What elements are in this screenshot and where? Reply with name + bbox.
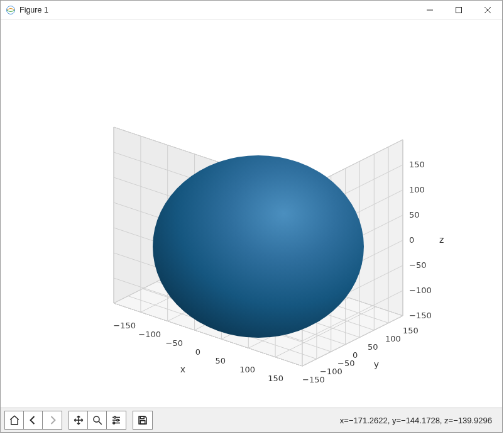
y-axis-label: y	[374, 359, 379, 369]
svg-text:−50: −50	[166, 338, 183, 348]
svg-text:−100: −100	[409, 286, 432, 295]
svg-rect-82	[140, 416, 144, 419]
svg-text:−100: −100	[138, 330, 161, 339]
svg-text:−150: −150	[113, 321, 136, 330]
svg-rect-83	[140, 421, 145, 424]
home-button[interactable]	[5, 411, 24, 429]
coord-readout: x=−171.2622, y=−144.1728, z=−139.9296	[340, 416, 498, 425]
x-axis-label: x	[180, 364, 185, 374]
svg-text:150: 150	[403, 326, 419, 335]
sphere-surface	[153, 155, 364, 338]
svg-text:150: 150	[268, 374, 283, 383]
svg-text:−150: −150	[302, 375, 325, 384]
svg-text:−100: −100	[320, 367, 342, 376]
nav-group-save	[133, 411, 153, 430]
svg-text:150: 150	[409, 160, 425, 169]
svg-text:−50: −50	[409, 260, 426, 270]
svg-text:0: 0	[409, 235, 414, 245]
window-title: Figure 1	[19, 6, 48, 14]
svg-point-77	[114, 416, 116, 418]
svg-rect-2	[456, 8, 462, 13]
svg-text:100: 100	[385, 334, 401, 343]
svg-text:50: 50	[215, 356, 226, 365]
nav-toolbar: x=−171.2622, y=−144.1728, z=−139.9296	[1, 408, 502, 432]
nav-group-home	[4, 411, 62, 430]
svg-text:100: 100	[239, 365, 255, 374]
back-button[interactable]	[24, 411, 43, 429]
svg-point-0	[7, 6, 15, 14]
app-icon	[6, 5, 16, 15]
z-ticks: −150 −100 −50 0 50 100 150	[409, 160, 432, 320]
figure-canvas[interactable]: −150 −100 −50 0 50 100 150 x −150 −100 −…	[1, 20, 502, 408]
svg-point-81	[113, 422, 115, 424]
minimize-button[interactable]	[415, 1, 444, 19]
svg-point-79	[117, 420, 119, 421]
svg-line-75	[99, 421, 102, 425]
svg-point-74	[94, 416, 99, 422]
svg-text:0: 0	[353, 350, 358, 360]
svg-text:100: 100	[409, 185, 425, 194]
svg-text:−150: −150	[409, 311, 432, 320]
svg-text:50: 50	[368, 342, 378, 352]
svg-text:50: 50	[409, 210, 420, 220]
forward-button[interactable]	[43, 411, 62, 429]
svg-text:−50: −50	[337, 359, 354, 368]
titlebar: Figure 1	[1, 1, 502, 20]
configure-button[interactable]	[107, 411, 126, 429]
axes3d[interactable]: −150 −100 −50 0 50 100 150 x −150 −100 −…	[32, 70, 472, 398]
zoom-button[interactable]	[88, 411, 107, 429]
nav-group-view	[68, 411, 126, 430]
z-axis-label: z	[439, 235, 444, 245]
close-button[interactable]	[473, 1, 502, 19]
pan-button[interactable]	[69, 411, 88, 429]
maximize-button[interactable]	[444, 1, 473, 19]
save-button[interactable]	[133, 411, 152, 429]
svg-text:0: 0	[195, 347, 200, 357]
app-window: Figure 1	[0, 0, 503, 433]
